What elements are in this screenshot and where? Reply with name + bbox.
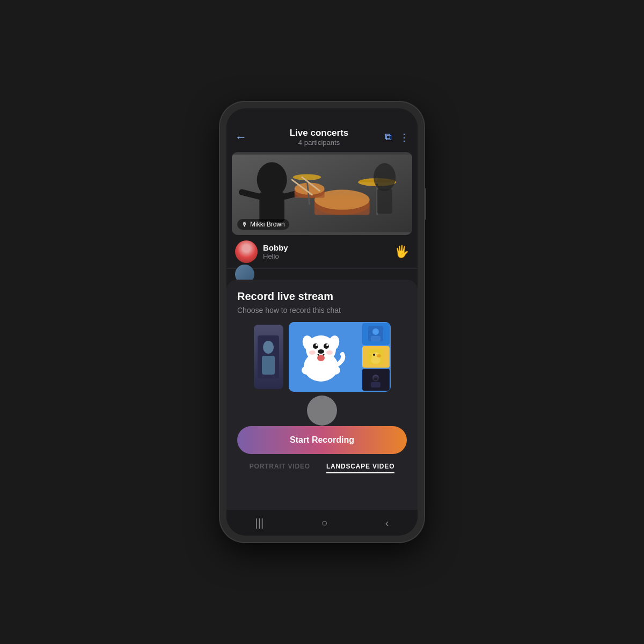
video-mode-tabs: PORTRAIT VIDEO LANDSCAPE VIDEO <box>250 463 395 473</box>
svg-rect-20 <box>377 189 392 214</box>
pip-icon[interactable]: ⧉ <box>385 131 392 143</box>
sheet-title: Record live stream <box>237 290 407 303</box>
svg-point-45 <box>373 354 375 356</box>
phone-device: ← Live concerts 4 participants ⧉ ⋮ <box>220 102 424 542</box>
svg-rect-23 <box>262 356 275 375</box>
speaker-name: Mikki Brown <box>250 221 285 228</box>
tab-landscape-video[interactable]: LANDSCAPE VIDEO <box>326 463 394 473</box>
chat-info: Bobby Hello <box>263 243 389 260</box>
svg-point-44 <box>377 354 381 357</box>
avatar <box>235 240 258 263</box>
portrait-preview-inner <box>254 325 283 389</box>
app-header: ← Live concerts 4 participants ⧉ ⋮ <box>226 123 418 152</box>
svg-rect-40 <box>371 336 380 341</box>
tile-participant-2 <box>362 346 390 368</box>
svg-point-35 <box>326 350 333 355</box>
slider-container <box>237 397 407 424</box>
header-title-block: Live concerts 4 participants <box>253 128 385 147</box>
page-title: Live concerts <box>253 128 385 138</box>
mode-slider-knob[interactable] <box>307 396 337 426</box>
participants-count: 4 participants <box>253 138 385 147</box>
svg-point-32 <box>318 349 324 354</box>
preview-container <box>237 322 407 392</box>
svg-point-37 <box>330 366 340 375</box>
chat-item: Bobby Hello 🖐 <box>235 240 409 263</box>
bottom-navigation: ||| ○ ‹ <box>226 510 418 536</box>
tile-participant-3 <box>362 369 390 391</box>
partial-avatar-row <box>226 269 418 280</box>
chat-area: Bobby Hello 🖐 <box>226 235 418 269</box>
recent-apps-button[interactable]: ||| <box>245 513 275 533</box>
svg-point-36 <box>302 366 312 375</box>
svg-rect-48 <box>371 382 380 387</box>
svg-point-30 <box>316 344 318 346</box>
home-button[interactable]: ○ <box>310 513 338 533</box>
svg-point-34 <box>309 350 316 355</box>
svg-point-50 <box>374 378 377 380</box>
chat-message-text: Hello <box>263 252 389 260</box>
landscape-inner <box>289 322 391 392</box>
microphone-icon: 🎙 <box>241 221 247 228</box>
svg-point-28 <box>313 343 318 349</box>
status-bar <box>226 108 418 123</box>
raise-hand-icon[interactable]: 🖐 <box>394 245 409 259</box>
landscape-preview[interactable] <box>289 322 391 392</box>
nav-back-button[interactable]: ‹ <box>375 513 400 533</box>
tab-portrait-video[interactable]: PORTRAIT VIDEO <box>250 463 310 473</box>
sheet-subtitle: Choose how to record this chat <box>237 306 407 314</box>
svg-point-22 <box>263 341 274 354</box>
svg-point-15 <box>293 174 321 180</box>
svg-point-39 <box>372 328 379 335</box>
portrait-preview[interactable] <box>254 325 283 389</box>
speaker-label: 🎙 Mikki Brown <box>237 219 289 230</box>
svg-point-2 <box>257 162 287 197</box>
svg-point-31 <box>326 344 328 346</box>
phone-screen: ← Live concerts 4 participants ⧉ ⋮ <box>226 108 418 536</box>
svg-point-29 <box>324 343 329 349</box>
svg-point-33 <box>317 355 325 361</box>
tile-participant-1 <box>362 323 390 345</box>
participant-tile-grid <box>361 322 391 392</box>
header-icons: ⧉ ⋮ <box>385 131 409 143</box>
svg-point-43 <box>371 356 380 364</box>
record-bottom-sheet: Record live stream Choose how to record … <box>226 280 418 510</box>
start-recording-button[interactable]: Start Recording <box>237 426 407 454</box>
more-options-icon[interactable]: ⋮ <box>399 131 409 143</box>
chat-username: Bobby <box>263 243 389 252</box>
svg-point-19 <box>374 163 396 191</box>
video-stream-area: 🎙 Mikki Brown <box>232 152 412 235</box>
back-button[interactable]: ← <box>235 130 247 144</box>
